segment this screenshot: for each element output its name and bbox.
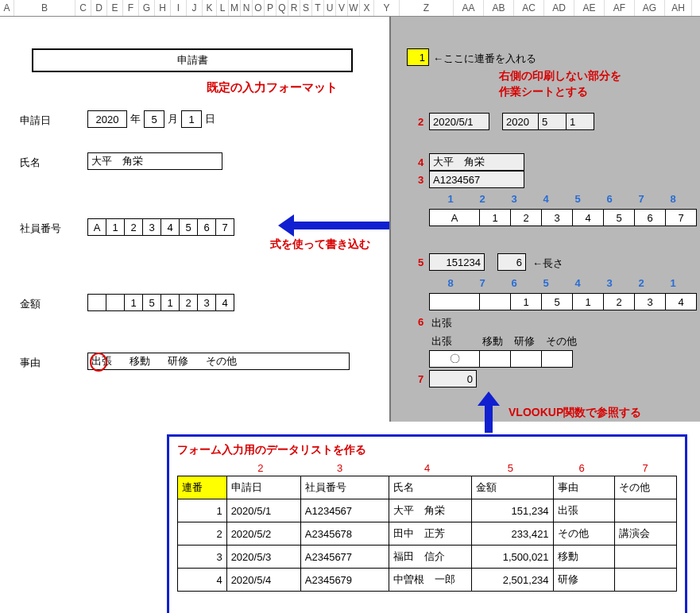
col-header-Y[interactable]: Y xyxy=(374,0,400,16)
digit-cell[interactable]: 4 xyxy=(160,218,180,236)
split-cell: A xyxy=(429,209,480,226)
digit-cell[interactable]: 2 xyxy=(179,294,198,311)
reason-circle-marker xyxy=(90,353,107,372)
arrow-caption: 式を使って書き込む xyxy=(270,237,370,252)
col-header-A[interactable]: A xyxy=(0,0,14,16)
reason-mark-cell: 〇 xyxy=(429,350,480,368)
col-header-K[interactable]: K xyxy=(203,0,217,16)
table-row[interactable]: 32020/5/3A2345677福田 信介1,500,021移動 xyxy=(178,546,677,569)
index-number: 3 xyxy=(594,277,625,289)
col-header-O[interactable]: O xyxy=(253,0,265,16)
col-header-V[interactable]: V xyxy=(336,0,348,16)
sheet-body: 申請書 既定の入力フォーマット 申請日 2020 年 5 月 1 日 氏名 大平… xyxy=(0,17,700,613)
col-header-Z[interactable]: Z xyxy=(400,0,454,16)
digit-cell[interactable]: 3 xyxy=(197,294,216,311)
col-header-M[interactable]: M xyxy=(229,0,241,16)
name-input[interactable]: 大平 角栄 xyxy=(87,152,222,170)
table-header-cell: 氏名 xyxy=(389,476,471,499)
table-cell: 3 xyxy=(178,546,227,569)
digit-cell[interactable]: A xyxy=(87,218,106,236)
col-header-P[interactable]: P xyxy=(265,0,277,16)
col-index: 2 xyxy=(225,462,296,474)
year-input[interactable]: 2020 xyxy=(87,110,127,128)
col-header-AH[interactable]: AH xyxy=(665,0,692,16)
empno-split: A1234567 xyxy=(429,209,697,226)
r6-label: 6 xyxy=(418,316,423,328)
col-index: 3 xyxy=(296,462,384,474)
index-number: 2 xyxy=(625,277,657,289)
col-index: 5 xyxy=(470,462,550,474)
digit-cell[interactable]: 4 xyxy=(215,294,234,311)
table-row[interactable]: 22020/5/2A2345678田中 正芳233,421その他講演会 xyxy=(178,522,677,546)
col-header-L[interactable]: L xyxy=(217,0,229,16)
reason-option[interactable]: その他 xyxy=(206,354,237,368)
col-header-R[interactable]: R xyxy=(288,0,300,16)
table-cell: 4 xyxy=(178,569,227,592)
col-header-T[interactable]: T xyxy=(312,0,324,16)
col-header-N[interactable]: N xyxy=(241,0,253,16)
split-cell: 3 xyxy=(634,293,666,310)
r5-label: 5 xyxy=(418,256,423,268)
digit-cell[interactable]: 5 xyxy=(142,294,161,311)
col-header-AA[interactable]: AA xyxy=(454,0,484,16)
col-header-B[interactable]: B xyxy=(14,0,75,16)
col-header-U[interactable]: U xyxy=(324,0,336,16)
col-header-F[interactable]: F xyxy=(123,0,139,16)
index-number: 7 xyxy=(625,193,657,205)
digit-cell[interactable]: 2 xyxy=(124,218,143,236)
r2-year: 2020 xyxy=(502,113,539,130)
reason-hdr-cell: 研修 xyxy=(514,334,546,349)
digit-cell[interactable] xyxy=(87,294,106,311)
col-header-J[interactable]: J xyxy=(187,0,203,16)
table-header-cell: 金額 xyxy=(471,476,553,499)
index-number: 1 xyxy=(435,193,466,205)
table-cell: 1 xyxy=(178,499,227,522)
index-number: 5 xyxy=(562,193,594,205)
col-header-X[interactable]: X xyxy=(360,0,374,16)
reason-option[interactable]: 移動 xyxy=(130,354,150,368)
table-row[interactable]: 12020/5/1A1234567大平 角栄151,234出張 xyxy=(178,499,677,522)
col-header-AG[interactable]: AG xyxy=(635,0,665,16)
digit-cell[interactable]: 1 xyxy=(106,218,125,236)
table-cell: 2020/5/2 xyxy=(226,522,300,546)
serial-input[interactable]: 1 xyxy=(407,48,429,66)
digit-cell[interactable]: 1 xyxy=(124,294,143,311)
reason-mark-cell xyxy=(479,350,511,368)
day-input[interactable]: 1 xyxy=(181,110,202,128)
col-header-AF[interactable]: AF xyxy=(605,0,635,16)
reason-option[interactable]: 研修 xyxy=(168,354,188,368)
col-header-S[interactable]: S xyxy=(300,0,312,16)
col-header-C[interactable]: C xyxy=(75,0,91,16)
amount-cells[interactable]: 151234 xyxy=(87,294,234,311)
col-header-H[interactable]: H xyxy=(155,0,171,16)
table-row[interactable]: 42020/5/4A2345679中曽根 一郎2,501,234研修 xyxy=(178,569,677,592)
col-header-E[interactable]: E xyxy=(107,0,123,16)
col-header-I[interactable]: I xyxy=(171,0,187,16)
r5-len-note: ←長さ xyxy=(532,256,563,271)
col-header-AC[interactable]: AC xyxy=(514,0,544,16)
table-cell: 研修 xyxy=(553,569,615,592)
col-header-AD[interactable]: AD xyxy=(544,0,574,16)
table-cell: 2020/5/3 xyxy=(226,546,300,569)
digit-cell[interactable]: 1 xyxy=(160,294,180,311)
col-header-AB[interactable]: AB xyxy=(484,0,514,16)
col-header-G[interactable]: G xyxy=(139,0,155,16)
reason-box[interactable]: 出張移動研修その他 xyxy=(87,353,350,370)
digit-cell[interactable]: 6 xyxy=(197,218,216,236)
col-header-Q[interactable]: Q xyxy=(277,0,288,16)
col-header-AE[interactable]: AE xyxy=(574,0,605,16)
split-cell: 3 xyxy=(541,209,573,226)
table-cell: 講演会 xyxy=(615,522,677,546)
empno-cells[interactable]: A1234567 xyxy=(87,218,234,236)
digit-cell[interactable]: 5 xyxy=(179,218,198,236)
reason-label: 事由 xyxy=(20,356,41,370)
month-input[interactable]: 5 xyxy=(144,110,164,128)
digit-cell[interactable] xyxy=(106,294,125,311)
digit-cell[interactable]: 7 xyxy=(215,218,234,236)
reason-hdr-cell: 出張 xyxy=(431,334,482,349)
index-number: 6 xyxy=(498,277,530,289)
digit-cell[interactable]: 3 xyxy=(142,218,161,236)
col-header-W[interactable]: W xyxy=(348,0,360,16)
col-header-D[interactable]: D xyxy=(91,0,107,16)
col-index: 7 xyxy=(613,462,677,474)
